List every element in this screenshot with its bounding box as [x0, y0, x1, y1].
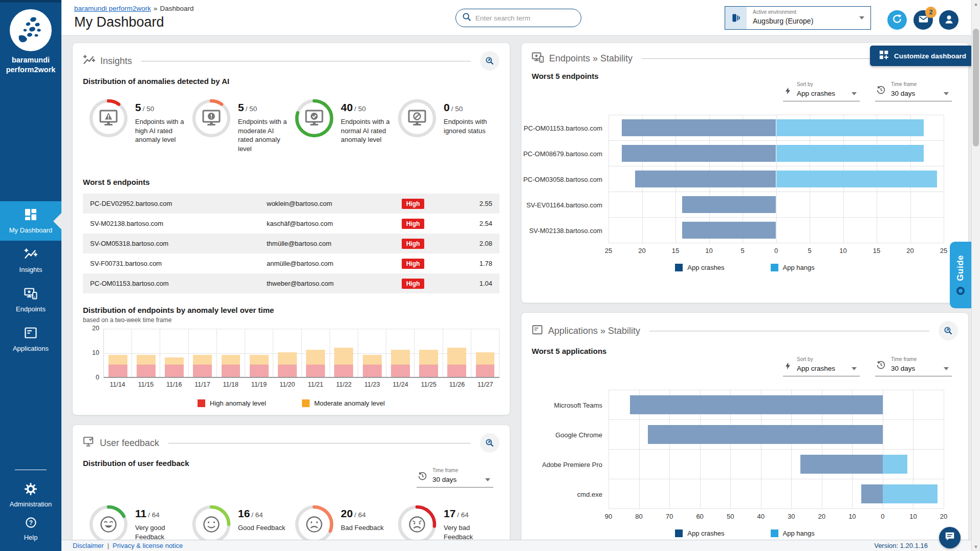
scroll-down-arrow[interactable]: ▼ [972, 544, 980, 549]
sort-by-select[interactable]: Sort by App crashes [783, 81, 860, 101]
card-title: Insights [100, 56, 132, 67]
anomaly-score: 1.04 [451, 280, 492, 287]
chart-plot-wrap: Microsoft TeamsGoogle ChromeAdobe Premie… [608, 390, 944, 509]
stacked-bar [108, 355, 127, 377]
bar-segment-moderate-anomaly-level [447, 348, 466, 365]
category-label: SV-M02138.bartoso.com [529, 226, 602, 234]
select-value: App crashes [797, 90, 835, 97]
applications-stability-chart: Microsoft TeamsGoogle ChromeAdobe Premie… [532, 390, 958, 537]
chat-button[interactable] [939, 527, 961, 548]
legend-item-hangs: App hangs [771, 264, 815, 271]
chart-row: PC-OM08679.bartoso.com [608, 141, 944, 166]
level-badge: High [402, 239, 425, 249]
monitor-ignored-icon [398, 99, 437, 138]
table-row[interactable]: SV-OM05318.bartoso.comthmülle@bartoso.co… [83, 234, 499, 253]
expand-widget-button[interactable] [480, 51, 499, 71]
chevron-down-icon [485, 478, 490, 481]
environment-selector[interactable]: Active environment Augsburg (Europe) [725, 6, 871, 30]
gear-icon [25, 483, 37, 497]
y-axis-label: 10 [83, 349, 99, 356]
x-axis-tick-label: 15 [672, 247, 679, 255]
table-row[interactable]: PC-DEV02952.bartoso.comwoklein@bartoso.c… [83, 194, 499, 214]
right-column: Endpoints » Stability Worst 5 endpoints … [521, 43, 969, 551]
expand-widget-button[interactable] [939, 321, 958, 341]
x-axis-tick-label: 10 [839, 247, 846, 255]
stat-caption: Good Feedback [238, 523, 286, 533]
legend-swatch [771, 529, 778, 537]
sidebar-item-applications[interactable]: Applications [0, 320, 61, 359]
stat-caption: Bad Feedback [341, 523, 384, 533]
bar-segment-high-anomaly-level [250, 365, 269, 377]
stat-text: 17/ 64 Very bad Feedback [444, 505, 493, 541]
baramundi-logo-icon [14, 13, 48, 47]
bar-segment-high-anomaly-level [193, 365, 212, 377]
timeframe-select[interactable]: Time frame 30 days [417, 468, 493, 488]
gridline [944, 390, 944, 509]
category-label: PC-OM03058.bartoso.com [523, 175, 602, 183]
mail-button[interactable]: 2 [913, 10, 933, 30]
sidebar-item-endpoints[interactable]: Endpoints [0, 280, 61, 320]
x-axis-tick-label: 11/18 [216, 381, 245, 388]
stacked-bar [447, 348, 466, 377]
logo-text: baramundi perform2work [0, 55, 61, 75]
endpoint-name: PC-OM01153.bartoso.com [90, 280, 267, 287]
x-axis-tick-label: 25 [605, 247, 612, 255]
stacked-bar [137, 355, 156, 377]
search-input[interactable] [475, 14, 575, 22]
bar-segment-moderate-anomaly-level [137, 355, 156, 365]
table-row[interactable]: PC-OM01153.bartoso.comthweber@bartoso.co… [83, 273, 499, 293]
endpoint-name: SV-M02138.bartoso.com [90, 220, 267, 227]
chart-column [273, 329, 301, 377]
table-row[interactable]: SV-M02138.bartoso.comkaschäf@bartoso.com… [83, 214, 499, 234]
timeframe-select[interactable]: Time frame 30 days [875, 81, 952, 101]
scroll-up-arrow[interactable]: ▲ [972, 2, 980, 7]
x-axis-tick-label: 11/21 [301, 381, 330, 388]
chart-row: SV-EV01164.bartoso.com [608, 192, 944, 218]
stat-text: 20/ 64 Bad Feedback [341, 505, 384, 533]
stat-value: 5/ 50 [135, 101, 185, 114]
lightning-icon [784, 362, 792, 372]
stat-value: 20/ 64 [341, 507, 384, 520]
bar-segment-high-anomaly-level [222, 365, 241, 377]
feedback-monitor-icon [83, 436, 95, 450]
customize-dashboard-button[interactable]: Customize dashboard [870, 46, 975, 66]
endpoints-icon [532, 51, 544, 66]
footer-bar: Disclaimer | Privacy & license notice Ve… [61, 540, 980, 551]
chevron-down-icon [944, 367, 949, 370]
privacy-link[interactable]: Privacy & license notice [113, 542, 183, 549]
category-label: PC-OM01153.bartoso.com [524, 124, 602, 132]
dashboard-icon [24, 208, 37, 223]
sidebar-item-my-dashboard[interactable]: My Dashboard [0, 201, 61, 241]
x-axis-tick-label: 15 [873, 247, 880, 255]
x-axis-tick-label: 70 [666, 513, 673, 520]
feedback-controls: Time frame 30 days [83, 468, 499, 488]
chart-plot: Microsoft TeamsGoogle ChromeAdobe Premie… [608, 390, 944, 509]
x-axis-tick-label: 10 [909, 513, 917, 520]
disclaimer-link[interactable]: Disclaimer [73, 542, 104, 549]
refresh-button[interactable] [887, 10, 907, 30]
stat-caption: Endpoints with a high AI rated anomaly l… [135, 117, 185, 144]
active-item-notch [53, 213, 61, 229]
sidebar-item-help[interactable]: ? Help [0, 512, 61, 546]
user-account-button[interactable] [939, 10, 959, 30]
scrollbar-thumb[interactable] [973, 29, 979, 146]
sidebar-item-administration[interactable]: Administration [0, 478, 61, 512]
x-axis-tick-label: 90 [605, 513, 612, 520]
timeframe-select[interactable]: Time frame 30 days [875, 356, 952, 376]
expand-widget-button[interactable] [480, 433, 499, 453]
guide-tab[interactable]: Guide [950, 242, 971, 308]
version-label: Version: 1.20.1.16 [874, 542, 928, 549]
table-row[interactable]: SV-F00731.bartoso.comanmülle@bartoso.com… [83, 253, 499, 273]
search-box[interactable] [455, 9, 581, 27]
select-label: Sort by [797, 81, 835, 87]
guide-ring-icon [956, 287, 965, 295]
bar-segment-moderate-anomaly-level [306, 350, 325, 365]
x-axis-tick-label: 11/24 [386, 381, 415, 388]
stat-high-anomaly: 5/ 50 Endpoints with a high AI rated ano… [89, 99, 185, 153]
anomaly-level-cell: High [375, 199, 451, 209]
breadcrumb-home-link[interactable]: baramundi perform2work [74, 5, 151, 12]
scrollbar[interactable]: ▲ ▼ [971, 0, 980, 551]
sort-by-select[interactable]: Sort by App crashes [783, 356, 860, 376]
x-axis-tick-label: 11/25 [415, 381, 443, 388]
sidebar-item-insights[interactable]: Insights [0, 241, 61, 280]
